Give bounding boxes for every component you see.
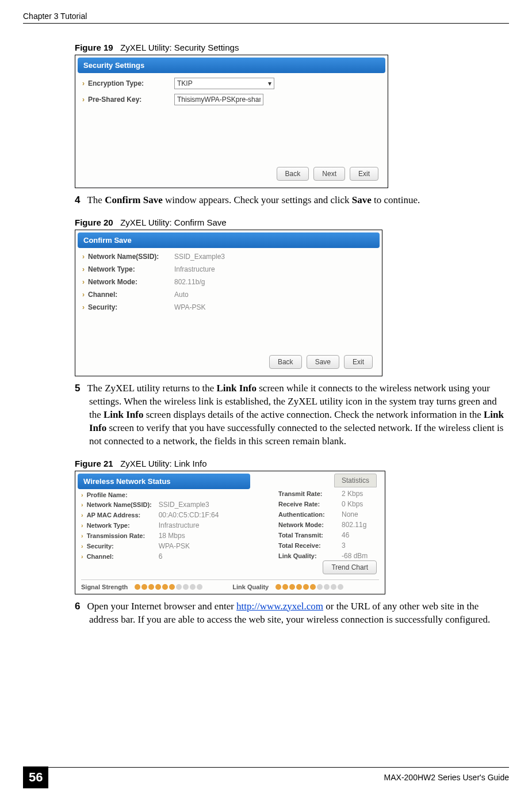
header-rule: [23, 23, 509, 24]
step-5: 5The ZyXEL utility returns to the Link I…: [89, 382, 509, 448]
figure-21-caption: Figure 21 ZyXEL Utility: Link Info: [75, 459, 509, 468]
bullet-icon: ›: [82, 291, 85, 299]
li-l6: Channel:: [87, 553, 159, 560]
bullet-icon: ›: [81, 532, 83, 539]
step-6-num: 6: [75, 601, 80, 612]
footer-guide: MAX-200HW2 Series User's Guide: [384, 773, 509, 782]
li-v1: SSID_Example3: [159, 501, 209, 509]
cs-label-2: Network Mode:: [88, 278, 174, 286]
figure-19-caption: Figure 19 ZyXEL Utility: Security Settin…: [75, 43, 509, 52]
statistics-tab[interactable]: Statistics: [334, 474, 377, 487]
cs-value-3: Auto: [174, 291, 189, 299]
encryption-type-dropdown[interactable]: TKIP ▾: [174, 78, 274, 89]
cs-label-1: Network Type:: [88, 265, 174, 273]
figure-21-text: ZyXEL Utility: Link Info: [120, 459, 206, 468]
exit-button[interactable]: Exit: [350, 167, 378, 181]
back-button[interactable]: Back: [277, 167, 309, 181]
st-v4: 46: [342, 531, 349, 539]
signal-strength-label: Signal Strength: [81, 583, 128, 590]
next-button[interactable]: Next: [313, 167, 345, 181]
bullet-icon: ›: [82, 96, 85, 104]
chapter-heading: Chapter 3 Tutorial: [23, 12, 87, 21]
cs-value-1: Infrastructure: [174, 265, 215, 273]
st-l0: Transmit Rate:: [278, 490, 342, 497]
bullet-icon: ›: [81, 543, 83, 550]
step-4: 4The Confirm Save window appears. Check …: [89, 194, 509, 207]
page-number: 56: [23, 766, 48, 788]
li-l3: Network Type:: [87, 522, 159, 529]
li-l1: Network Name(SSID):: [87, 501, 159, 508]
security-settings-pane: Security Settings › Encryption Type: TKI…: [75, 55, 388, 188]
step-4-num: 4: [75, 194, 80, 205]
st-v0: 2 Kbps: [342, 490, 363, 498]
li-l4: Transmission Rate:: [87, 532, 159, 539]
statistics-column: Transmit Rate:2 Kbps Receive Rate:0 Kbps…: [278, 487, 379, 562]
st-l5: Total Receive:: [278, 542, 342, 549]
st-v5: 3: [342, 541, 346, 550]
li-v6: 6: [159, 552, 163, 560]
cs-value-0: SSID_Example3: [174, 253, 225, 261]
st-l2: Authentication:: [278, 511, 342, 518]
li-v5: WPA-PSK: [159, 542, 190, 550]
li-v4: 18 Mbps: [159, 532, 185, 540]
save-button[interactable]: Save: [307, 355, 339, 369]
link-quality-dots: [275, 584, 343, 590]
figure-20-num: Figure 20: [75, 218, 113, 227]
figure-19-text: ZyXEL Utility: Security Settings: [120, 43, 239, 52]
figure-19-num: Figure 19: [75, 43, 113, 52]
encryption-type-value: TKIP: [177, 79, 193, 87]
exit-button[interactable]: Exit: [344, 355, 373, 369]
figure-20-caption: Figure 20 ZyXEL Utility: Confirm Save: [75, 218, 509, 227]
step-6: 6Open your Internet browser and enter ht…: [89, 600, 509, 627]
cs-label-3: Channel:: [88, 291, 174, 299]
bullet-icon: ›: [82, 303, 85, 311]
st-v2: None: [342, 510, 358, 518]
confirm-save-title: Confirm Save: [78, 232, 380, 248]
li-l5: Security:: [87, 543, 159, 550]
bullet-icon: ›: [82, 278, 85, 286]
psk-input[interactable]: [174, 94, 263, 105]
cs-label-4: Security:: [88, 303, 174, 311]
bullet-icon: ›: [81, 553, 83, 560]
bullet-icon: ›: [82, 265, 85, 273]
step-5-num: 5: [75, 383, 80, 394]
li-l2: AP MAC Address:: [87, 512, 159, 518]
bullet-icon: ›: [81, 512, 83, 518]
link-quality-label: Link Quality: [232, 583, 269, 590]
li-v3: Infrastructure: [159, 521, 200, 529]
signal-quality-row: Signal Strength Link Quality: [81, 579, 379, 590]
bullet-icon: ›: [81, 522, 83, 529]
bullet-icon: ›: [81, 491, 83, 498]
cs-value-2: 802.11b/g: [174, 278, 205, 286]
security-settings-title: Security Settings: [78, 58, 385, 73]
st-l4: Total Transmit:: [278, 532, 342, 539]
bullet-icon: ›: [82, 79, 85, 87]
cs-value-4: WPA-PSK: [174, 303, 205, 311]
link-info-pane: Wireless Network Status Statistics ›Prof…: [75, 471, 385, 594]
st-v6: -68 dBm: [342, 552, 368, 560]
figure-20-text: ZyXEL Utility: Confirm Save: [120, 218, 227, 227]
wireless-status-title: Wireless Network Status: [78, 474, 250, 489]
st-v1: 0 Kbps: [342, 500, 363, 508]
cs-label-0: Network Name(SSID):: [88, 253, 174, 261]
li-v2: 00:A0:C5:CD:1F:64: [159, 511, 219, 519]
li-l0: Profile Name:: [87, 491, 159, 498]
chevron-down-icon: ▾: [268, 79, 271, 87]
encryption-type-label: Encryption Type:: [88, 79, 174, 87]
st-l3: Network Mode:: [278, 521, 342, 528]
st-l1: Receive Rate:: [278, 501, 342, 508]
back-button[interactable]: Back: [269, 355, 302, 369]
trend-chart-button[interactable]: Trend Chart: [323, 560, 377, 574]
confirm-save-pane: Confirm Save ›Network Name(SSID):SSID_Ex…: [75, 230, 382, 376]
psk-label: Pre-Shared Key:: [88, 96, 174, 104]
figure-21-num: Figure 21: [75, 459, 113, 468]
signal-strength-dots: [135, 584, 202, 590]
st-l6: Link Quality:: [278, 552, 342, 559]
bullet-icon: ›: [81, 501, 83, 508]
st-v3: 802.11g: [342, 521, 366, 529]
zyxel-link[interactable]: http://www.zyxel.com: [236, 601, 323, 612]
bullet-icon: ›: [82, 253, 85, 261]
